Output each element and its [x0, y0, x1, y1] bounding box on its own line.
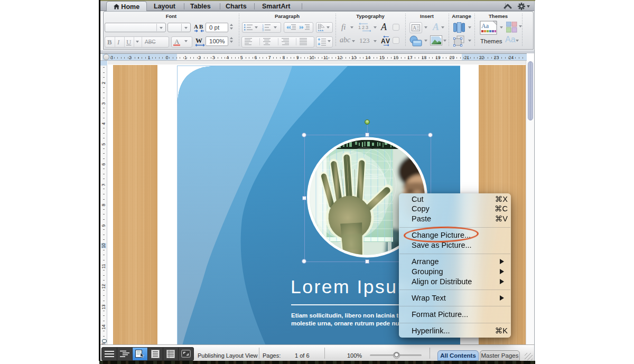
svg-text:A: A — [381, 38, 386, 45]
svg-text:3: 3 — [366, 25, 368, 30]
svg-text:B: B — [199, 23, 203, 30]
svg-text:3: 3 — [262, 29, 264, 31]
svg-text:A: A — [194, 23, 198, 30]
svg-text:W: W — [195, 36, 202, 44]
svg-text:A: A — [413, 25, 417, 31]
svg-text:V: V — [386, 38, 390, 45]
svg-text:2: 2 — [362, 25, 365, 30]
svg-text:1: 1 — [358, 25, 361, 30]
svg-text:Aa: Aa — [481, 22, 489, 30]
